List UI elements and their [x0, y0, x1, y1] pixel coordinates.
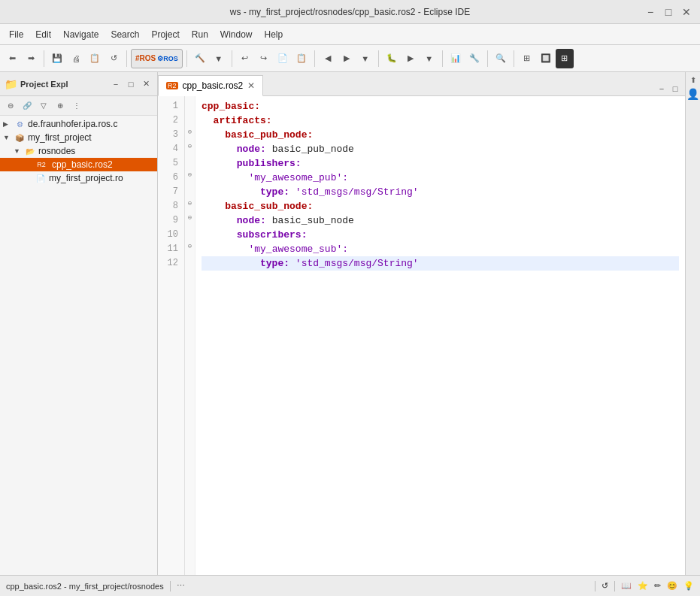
token-6-2: 'my_awesome_pub': — [248, 171, 348, 185]
line-num-7: 7 — [161, 185, 181, 199]
toolbar-save-btn[interactable]: 💾 — [48, 49, 66, 68]
statusbar-icon-star[interactable]: ⭐ — [638, 581, 648, 591]
toolbar-sep-1 — [44, 50, 44, 67]
toolbar-group-nav: ⬅ ➡ — [3, 49, 40, 68]
statusbar-icon-undo[interactable]: ↺ — [602, 581, 608, 591]
fold-3[interactable]: ⊖ — [185, 125, 195, 139]
token-10-2: subscribers: — [237, 228, 308, 242]
toolbar-back-btn[interactable]: ⬅ — [3, 49, 21, 68]
editor-minimize-btn[interactable]: − — [655, 82, 668, 95]
toolbar-runcfg-btn[interactable]: ▼ — [420, 49, 438, 68]
code-content[interactable]: cpp_basic: artifacts: basic_pub_node: no… — [195, 96, 685, 575]
tab-close-cpp-basic[interactable]: ✕ — [247, 80, 255, 91]
toolbar-prevdrop-btn[interactable]: ▼ — [356, 49, 374, 68]
tree-arrow-fraunhofer: ▶ — [3, 120, 14, 128]
token-3-1 — [202, 128, 225, 142]
ros-button[interactable]: #ROS ⚙ROS — [131, 49, 183, 68]
token-7-3 — [289, 185, 295, 199]
tree-icon-project: 📦 — [14, 132, 26, 144]
toolbar-debug-btn[interactable]: 🐛 — [383, 49, 401, 68]
titlebar-title: ws - my_first_project/rosnodes/cpp_basic… — [230, 7, 470, 17]
tree-item-cpp-basic[interactable]: R2 cpp_basic.ros2 — [0, 158, 157, 171]
tree-item-my-first-project-ros[interactable]: 📄 my_first_project.ro — [0, 171, 157, 185]
toolbar-persp-btn[interactable]: ⊞ — [518, 49, 536, 68]
toolbar-run-btn[interactable]: ▶ — [402, 49, 420, 68]
line-num-5: 5 — [161, 156, 181, 171]
menu-project[interactable]: Project — [145, 26, 185, 43]
toolbar-nextnav-btn[interactable]: ▶ — [338, 49, 356, 68]
menu-window[interactable]: Window — [214, 26, 259, 43]
statusbar-sep-3 — [614, 581, 615, 591]
sidebar-minimize-btn[interactable]: − — [109, 77, 123, 91]
ros2-icon: ⚙ROS — [157, 55, 178, 62]
sidebar-maximize-btn[interactable]: □ — [124, 77, 138, 91]
fold-9[interactable]: ⊖ — [185, 210, 195, 225]
editor-tab-cpp-basic[interactable]: R2 cpp_basic.ros2 ✕ — [158, 75, 263, 96]
menu-help[interactable]: Help — [259, 26, 289, 43]
tree-label-project: my_first_project — [28, 132, 92, 143]
editor-tabs: R2 cpp_basic.ros2 ✕ − □ — [158, 72, 685, 96]
toolbar-refresh-btn[interactable]: ↺ — [105, 49, 123, 68]
tree-item-fraunhofer[interactable]: ▶ ⚙ de.fraunhofer.ipa.ros.c — [0, 117, 157, 131]
sidebar-close-btn[interactable]: ✕ — [139, 77, 153, 91]
toolbar-apps-btn[interactable]: ⊞ — [556, 49, 574, 68]
toolbar-undo-btn[interactable]: ↩ — [236, 49, 254, 68]
fold-4[interactable]: ⊖ — [185, 139, 195, 153]
sidebar-collapse-btn[interactable]: ⊖ — [3, 98, 18, 113]
toolbar-ext-btn[interactable]: 🔧 — [465, 49, 483, 68]
main-content: 📁 Project Expl − □ ✕ ⊖ 🔗 ▽ ⊕ ⋮ ▶ ⚙ de.fr… — [0, 72, 700, 575]
minimize-button[interactable]: − — [643, 5, 658, 20]
code-editor[interactable]: 1 2 3 4 5 6 7 8 9 10 11 12 ⊖ — [158, 96, 685, 575]
sidebar-link-btn[interactable]: 🔗 — [20, 98, 35, 113]
tree-item-project[interactable]: ▼ 📦 my_first_project — [0, 131, 157, 144]
sidebar-filter-btn[interactable]: ▽ — [36, 98, 51, 113]
line-num-6: 6 — [161, 171, 181, 185]
statusbar-icon-face[interactable]: 😊 — [667, 581, 677, 591]
toolbar-redo-btn[interactable]: ↪ — [255, 49, 273, 68]
toolbar-forward-btn[interactable]: ➡ — [22, 49, 40, 68]
menu-edit[interactable]: Edit — [29, 26, 57, 43]
gutter-btn-1[interactable]: ⬆ — [687, 74, 699, 86]
menu-search[interactable]: Search — [105, 26, 145, 43]
tree-item-rosnodes[interactable]: ▼ 📂 rosnodes — [0, 144, 157, 158]
gutter-avatar[interactable]: 👤 — [687, 88, 699, 100]
right-gutter: ⬆ 👤 — [685, 72, 700, 575]
token-7-2: type: — [260, 185, 289, 199]
statusbar-icon-edit[interactable]: ✏ — [654, 581, 661, 591]
toolbar-saveas-btn[interactable]: 📋 — [86, 49, 104, 68]
line-num-11: 11 — [161, 242, 181, 256]
project-tree: ▶ ⚙ de.fraunhofer.ipa.ros.c ▼ 📦 my_first… — [0, 116, 157, 575]
toolbar-prevnav-btn[interactable]: ◀ — [319, 49, 337, 68]
line-num-4: 4 — [161, 142, 181, 156]
toolbar-copy-btn[interactable]: 📄 — [274, 49, 292, 68]
line-num-1: 1 — [161, 99, 181, 113]
fold-6[interactable]: ⊖ — [185, 168, 195, 182]
toolbar-icon-btn[interactable]: 🔲 — [537, 49, 555, 68]
toolbar-search-btn[interactable]: 🔍 — [492, 49, 510, 68]
sidebar-new-btn[interactable]: ⊕ — [53, 98, 68, 113]
token-6-1 — [202, 171, 248, 185]
toolbar-build-drop-btn[interactable]: ▼ — [210, 49, 228, 68]
editor-maximize-btn[interactable]: □ — [668, 82, 682, 95]
statusbar-icon-bulb[interactable]: 💡 — [683, 581, 694, 591]
tab-icon-ros2: R2 — [166, 82, 178, 89]
toolbar-build-btn[interactable]: 🔨 — [191, 49, 209, 68]
toolbar-group-right: ⊞ 🔲 ⊞ — [518, 49, 574, 68]
toolbar-print-btn[interactable]: 🖨 — [67, 49, 85, 68]
menu-navigate[interactable]: Navigate — [57, 26, 105, 43]
menu-file[interactable]: File — [3, 26, 29, 43]
maximize-button[interactable]: □ — [661, 5, 676, 20]
toolbar-view-btn[interactable]: 📊 — [447, 49, 465, 68]
token-12-4: 'std_msgs/msg/String' — [295, 256, 419, 271]
fold-8[interactable]: ⊖ — [185, 196, 195, 210]
menu-run[interactable]: Run — [186, 26, 214, 43]
statusbar-icon-book[interactable]: 📖 — [621, 581, 632, 591]
toolbar-paste-btn[interactable]: 📋 — [292, 49, 311, 68]
fold-11[interactable]: ⊖ — [185, 239, 195, 253]
token-7-1 — [202, 185, 260, 199]
code-line-7: type: 'std_msgs/msg/String' — [202, 185, 679, 199]
fold-7 — [185, 182, 195, 196]
line-num-12: 12 — [161, 256, 181, 271]
sidebar-more-btn[interactable]: ⋮ — [69, 98, 84, 113]
close-button[interactable]: ✕ — [679, 5, 694, 20]
